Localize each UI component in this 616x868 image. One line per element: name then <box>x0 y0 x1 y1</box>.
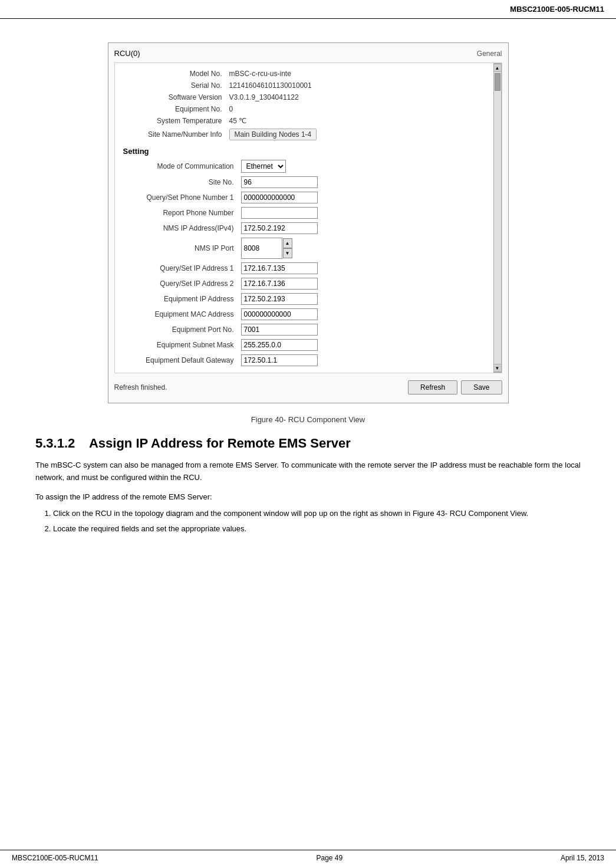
equip-ip-label: Equipment IP Address <box>120 291 238 307</box>
query-phone1-input[interactable] <box>241 192 318 203</box>
equip-subnet-value[interactable] <box>238 337 490 353</box>
equip-ip-row: Equipment IP Address <box>120 291 490 307</box>
mode-comm-select[interactable]: Ethernet <box>241 160 286 173</box>
nms-ipv4-row: NMS IP Address(IPv4) <box>120 221 490 236</box>
site-name-row: Site Name/Number Info Main Building Node… <box>120 127 490 142</box>
figure-container: RCU(0) General Model No. mBSC-c-rcu-us-i… <box>108 42 509 403</box>
report-phone-input[interactable] <box>241 207 318 219</box>
figure-bottom-bar: Refresh finished. Refresh Save <box>114 378 502 397</box>
equip-mac-row: Equipment MAC Address <box>120 307 490 322</box>
section-title: Assign IP Address for Remote EMS Server <box>89 436 351 451</box>
sys-temp-value: 45 ℃ <box>226 115 490 127</box>
mode-comm-label: Mode of Communication <box>120 158 238 175</box>
query-phone1-value[interactable] <box>238 190 490 205</box>
report-phone-row: Report Phone Number <box>120 205 490 221</box>
nms-port-label: NMS IP Port <box>120 236 238 261</box>
footer-center: Page 49 <box>316 854 342 862</box>
general-label: General <box>477 50 502 58</box>
query-phone1-row: Query/Set Phone Number 1 <box>120 190 490 205</box>
query-ip2-input[interactable] <box>241 278 318 290</box>
equip-port-value[interactable] <box>238 322 490 337</box>
report-phone-label: Report Phone Number <box>120 205 238 221</box>
scroll-thumb[interactable] <box>495 73 500 91</box>
refresh-button[interactable]: Refresh <box>408 380 457 394</box>
query-phone1-label: Query/Set Phone Number 1 <box>120 190 238 205</box>
setting-table: Mode of Communication Ethernet Site No. <box>120 158 490 368</box>
model-no-value: mBSC-c-rcu-us-inte <box>226 68 490 80</box>
rcu-label: RCU(0) <box>114 49 140 58</box>
sw-version-label: Software Version <box>120 91 226 103</box>
query-ip1-input[interactable] <box>241 262 318 274</box>
equip-gateway-label: Equipment Default Gateway <box>120 353 238 368</box>
equip-port-label: Equipment Port No. <box>120 322 238 337</box>
equip-mac-value[interactable] <box>238 307 490 322</box>
steps-list: Click on the RCU in the topology diagram… <box>53 507 581 535</box>
page-header: MBSC2100E-005-RUCM11 <box>0 0 616 19</box>
equip-gateway-row: Equipment Default Gateway <box>120 353 490 368</box>
body-text-1: The mBSC-C system can also be managed fr… <box>35 459 581 484</box>
page-footer: MBSC2100E-005-RUCM11 Page 49 April 15, 2… <box>0 850 616 862</box>
equip-subnet-label: Equipment Subnet Mask <box>120 337 238 353</box>
nms-port-value[interactable]: ▲ ▼ <box>238 236 490 261</box>
nms-port-up-btn[interactable]: ▲ <box>283 238 292 248</box>
query-ip1-row: Query/Set IP Address 1 <box>120 261 490 276</box>
nms-ipv4-input[interactable] <box>241 222 318 234</box>
instruction-label: To assign the IP address of the remote E… <box>35 492 581 501</box>
setting-section: Setting Mode of Communication Ethernet S… <box>120 147 490 368</box>
step-1: Click on the RCU in the topology diagram… <box>53 507 581 520</box>
equip-gateway-input[interactable] <box>241 354 318 366</box>
mode-comm-row: Mode of Communication Ethernet <box>120 158 490 175</box>
site-no-value[interactable] <box>238 175 490 190</box>
footer-right: April 15, 2013 <box>561 854 604 862</box>
sys-temp-row: System Temperature 45 ℃ <box>120 115 490 127</box>
query-ip1-value[interactable] <box>238 261 490 276</box>
scroll-up-btn[interactable]: ▲ <box>493 64 502 72</box>
status-text: Refresh finished. <box>114 383 167 392</box>
query-ip2-row: Query/Set IP Address 2 <box>120 276 490 291</box>
sys-temp-label: System Temperature <box>120 115 226 127</box>
site-no-input[interactable] <box>241 176 318 188</box>
footer-left: MBSC2100E-005-RUCM11 <box>12 854 98 862</box>
scroll-down-btn[interactable]: ▼ <box>493 364 502 372</box>
query-ip2-label: Query/Set IP Address 2 <box>120 276 238 291</box>
nms-port-down-btn[interactable]: ▼ <box>283 248 292 258</box>
equip-port-input[interactable] <box>241 324 318 336</box>
button-group: Refresh Save <box>408 380 502 394</box>
report-phone-value[interactable] <box>238 205 490 221</box>
header-title: MBSC2100E-005-RUCM11 <box>510 5 604 14</box>
nms-port-row: NMS IP Port ▲ ▼ <box>120 236 490 261</box>
section-number: 5.3.1.2 <box>35 436 75 451</box>
equip-ip-input[interactable] <box>241 293 318 305</box>
sw-version-value: V3.0.1.9_1304041122 <box>226 91 490 103</box>
site-name-label: Site Name/Number Info <box>120 127 226 142</box>
save-button[interactable]: Save <box>461 380 502 394</box>
site-no-row: Site No. <box>120 175 490 190</box>
nms-ipv4-label: NMS IP Address(IPv4) <box>120 221 238 236</box>
serial-no-row: Serial No. 121416046101130010001 <box>120 80 490 91</box>
info-table: Model No. mBSC-c-rcu-us-inte Serial No. … <box>120 68 490 142</box>
serial-no-label: Serial No. <box>120 80 226 91</box>
equip-subnet-input[interactable] <box>241 339 318 351</box>
equip-gateway-value[interactable] <box>238 353 490 368</box>
nms-port-spinner[interactable]: ▲ ▼ <box>241 238 292 259</box>
site-no-label: Site No. <box>120 175 238 190</box>
figure-caption: Figure 40- RCU Component View <box>35 415 581 424</box>
sw-version-row: Software Version V3.0.1.9_1304041122 <box>120 91 490 103</box>
equip-subnet-row: Equipment Subnet Mask <box>120 337 490 353</box>
section-heading: 5.3.1.2 Assign IP Address for Remote EMS… <box>35 436 581 451</box>
equipment-no-row: Equipment No. 0 <box>120 103 490 115</box>
site-name-value: Main Building Nodes 1-4 <box>226 127 490 142</box>
equip-mac-input[interactable] <box>241 308 318 320</box>
model-no-row: Model No. mBSC-c-rcu-us-inte <box>120 68 490 80</box>
nms-ipv4-value[interactable] <box>238 221 490 236</box>
equip-mac-label: Equipment MAC Address <box>120 307 238 322</box>
query-ip1-label: Query/Set IP Address 1 <box>120 261 238 276</box>
query-ip2-value[interactable] <box>238 276 490 291</box>
equip-ip-value[interactable] <box>238 291 490 307</box>
equip-port-row: Equipment Port No. <box>120 322 490 337</box>
model-no-label: Model No. <box>120 68 226 80</box>
scrollbar[interactable]: ▲ ▼ <box>493 63 502 373</box>
mode-comm-value[interactable]: Ethernet <box>238 158 490 175</box>
equipment-no-label: Equipment No. <box>120 103 226 115</box>
equipment-no-value: 0 <box>226 103 490 115</box>
